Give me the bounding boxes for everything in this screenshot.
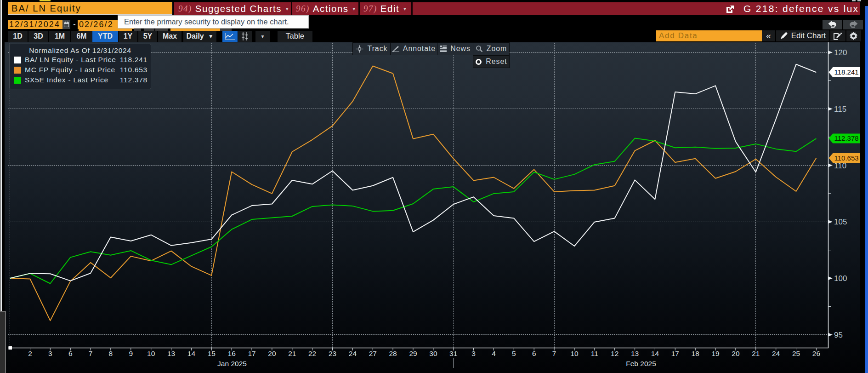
svg-text:18: 18 [692,350,699,357]
svg-text:6: 6 [532,350,536,357]
svg-text:3: 3 [48,350,52,357]
svg-text:21: 21 [752,350,760,357]
svg-text:21: 21 [288,350,296,357]
svg-text:16: 16 [228,350,236,357]
svg-text:100: 100 [834,274,847,283]
svg-text:10: 10 [147,350,155,357]
svg-text:7: 7 [552,350,556,357]
svg-text:17: 17 [248,350,255,357]
svg-text:17: 17 [671,350,679,357]
svg-text:9: 9 [129,350,133,357]
svg-text:20: 20 [268,350,276,357]
svg-text:24: 24 [772,350,780,357]
svg-text:95: 95 [834,331,843,339]
svg-text:8: 8 [109,350,113,357]
svg-text:31: 31 [449,350,457,357]
svg-text:110.653: 110.653 [834,154,859,162]
svg-text:13: 13 [631,350,639,357]
svg-text:12: 12 [611,350,618,357]
svg-text:27: 27 [369,350,377,357]
svg-text:20: 20 [732,350,740,357]
svg-text:14: 14 [187,350,196,357]
svg-text:13: 13 [167,350,175,357]
svg-text:25: 25 [792,350,800,357]
svg-text:Jan 2025: Jan 2025 [217,360,247,367]
svg-text:115: 115 [834,105,846,114]
svg-text:14: 14 [651,350,659,357]
svg-text:24: 24 [349,350,357,357]
svg-text:30: 30 [429,350,437,357]
svg-text:112.378: 112.378 [834,134,859,142]
svg-text:26: 26 [812,350,820,357]
svg-text:29: 29 [409,350,417,357]
svg-text:2: 2 [28,350,32,357]
svg-text:118.241: 118.241 [834,68,859,76]
svg-text:6: 6 [68,350,73,357]
svg-text:10: 10 [570,350,579,357]
svg-text:7: 7 [89,350,93,357]
svg-text:19: 19 [711,350,719,357]
svg-text:23: 23 [329,350,336,357]
svg-text:4: 4 [492,350,496,357]
svg-text:28: 28 [389,350,397,357]
svg-text:5: 5 [512,350,516,357]
svg-text:22: 22 [308,350,316,357]
svg-text:3: 3 [471,350,476,357]
svg-text:120: 120 [834,48,847,57]
svg-text:Feb 2025: Feb 2025 [626,360,656,367]
svg-text:15: 15 [208,350,216,357]
svg-text:11: 11 [591,350,598,357]
svg-text:105: 105 [834,218,847,226]
